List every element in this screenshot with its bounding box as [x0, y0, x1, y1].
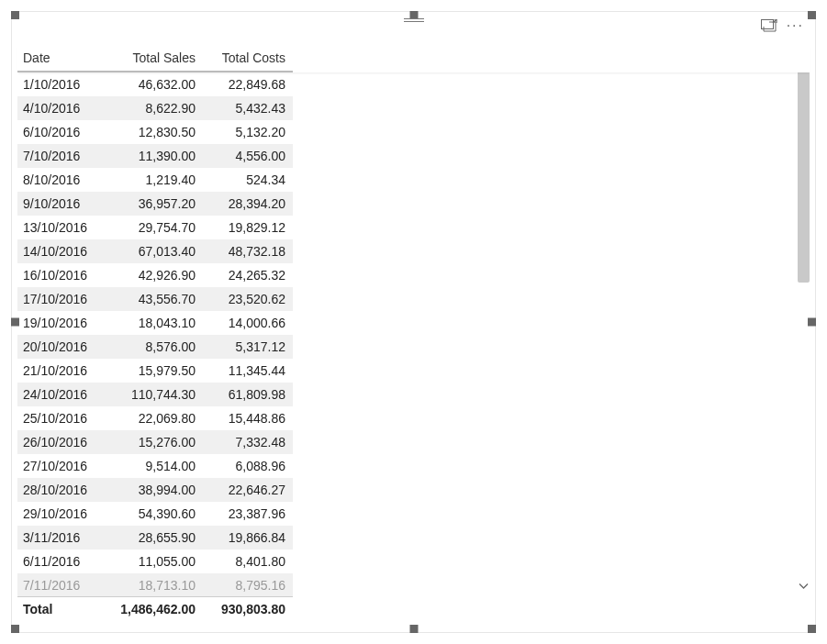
vertical-scrollbar[interactable] [796, 52, 811, 595]
cell-date: 13/10/2016 [17, 216, 104, 239]
cell-total-costs: 8,401.80 [203, 550, 293, 573]
table-row[interactable]: 9/10/201636,957.2028,394.20 [17, 192, 293, 216]
cell-date: 17/10/2016 [17, 287, 104, 311]
column-header-total-costs[interactable]: Total Costs [203, 45, 293, 72]
table-row[interactable]: 19/10/201618,043.1014,000.66 [17, 311, 293, 335]
cell-total-costs: 6,088.96 [203, 454, 293, 478]
cell-total-costs: 22,646.27 [203, 478, 293, 502]
cell-date: 29/10/2016 [17, 502, 104, 526]
cell-total-sales: 18,713.10 [104, 573, 203, 596]
cell-date: 27/10/2016 [17, 454, 104, 478]
focus-mode-icon[interactable] [759, 17, 779, 34]
cell-total-sales: 42,926.90 [104, 263, 203, 287]
cell-date: 9/10/2016 [17, 192, 104, 216]
resize-handle-top-right[interactable] [808, 11, 816, 19]
table-visual[interactable]: ··· Date Total Sales Total Costs 1/10/20… [11, 11, 816, 633]
table-header: Date Total Sales Total Costs [17, 45, 293, 72]
cell-total-costs: 28,394.20 [203, 192, 293, 216]
more-options-icon[interactable]: ··· [785, 18, 806, 33]
cell-date: 28/10/2016 [17, 478, 104, 502]
cell-total-sales: 8,576.00 [104, 335, 203, 359]
cell-date: 1/10/2016 [17, 72, 104, 96]
cell-total-sales: 54,390.60 [104, 502, 203, 526]
cell-total-sales: 38,994.00 [104, 478, 203, 502]
cell-total-costs: 15,448.86 [203, 406, 293, 430]
cell-total-costs: 524.34 [203, 168, 293, 192]
visual-header: ··· [759, 17, 806, 34]
scrollbar-thumb[interactable] [798, 67, 810, 283]
table-row[interactable]: 8/10/20161,219.40524.34 [17, 168, 293, 192]
table-row[interactable]: 3/11/201628,655.9019,866.84 [17, 526, 293, 550]
table-row[interactable]: 17/10/201643,556.7023,520.62 [17, 287, 293, 311]
totals-row-table: Total 1,486,462.00 930,803.80 [17, 596, 293, 621]
cell-date: 7/11/2016 [17, 573, 104, 596]
svg-rect-0 [761, 20, 773, 29]
cell-total-costs: 23,520.62 [203, 287, 293, 311]
cell-total-sales: 43,556.70 [104, 287, 203, 311]
cell-total-sales: 67,013.40 [104, 239, 203, 263]
table-row[interactable]: 27/10/20169,514.006,088.96 [17, 454, 293, 478]
cell-total-costs: 23,387.96 [203, 502, 293, 526]
cell-date: 6/11/2016 [17, 550, 104, 573]
cell-total-costs: 8,795.16 [203, 573, 293, 596]
cell-total-sales: 11,055.00 [104, 550, 203, 573]
cell-date: 14/10/2016 [17, 239, 104, 263]
column-header-total-sales[interactable]: Total Sales [104, 45, 203, 72]
table-row[interactable]: 21/10/201615,979.5011,345.44 [17, 359, 293, 383]
cell-total-costs: 11,345.44 [203, 359, 293, 383]
cell-total-sales: 12,830.50 [104, 120, 203, 144]
cell-date: 8/10/2016 [17, 168, 104, 192]
table-row[interactable]: 7/11/201618,713.108,795.16 [17, 573, 293, 596]
column-header-row: Date Total Sales Total Costs [17, 45, 293, 72]
cell-total-sales: 15,276.00 [104, 430, 203, 454]
resize-handle-top-left[interactable] [11, 11, 19, 19]
table-row[interactable]: 28/10/201638,994.0022,646.27 [17, 478, 293, 502]
cell-total-sales: 8,622.90 [104, 96, 203, 120]
cell-total-sales: 22,069.80 [104, 406, 203, 430]
table-row[interactable]: 7/10/201611,390.004,556.00 [17, 144, 293, 168]
scrollbar-track[interactable] [796, 67, 811, 581]
scroll-down-icon[interactable] [799, 581, 809, 595]
column-header-date[interactable]: Date [17, 45, 104, 72]
cell-total-costs: 24,265.32 [203, 263, 293, 287]
cell-total-costs: 48,732.18 [203, 239, 293, 263]
cell-total-sales: 9,514.00 [104, 454, 203, 478]
cell-total-sales: 15,979.50 [104, 359, 203, 383]
cell-total-sales: 28,655.90 [104, 526, 203, 550]
cell-total-sales: 36,957.20 [104, 192, 203, 216]
table-area: Date Total Sales Total Costs 1/10/201646… [17, 45, 810, 627]
table-row[interactable]: 26/10/201615,276.007,332.48 [17, 430, 293, 454]
cell-total-sales: 46,632.00 [104, 72, 203, 96]
cell-total-costs: 5,432.43 [203, 96, 293, 120]
cell-total-sales: 29,754.70 [104, 216, 203, 239]
table-row[interactable]: 1/10/201646,632.0022,849.68 [17, 72, 293, 96]
cell-total-costs: 5,317.12 [203, 335, 293, 359]
cell-total-sales: 110,744.30 [104, 383, 203, 406]
cell-date: 24/10/2016 [17, 383, 104, 406]
table-body: 1/10/201646,632.0022,849.684/10/20168,62… [17, 72, 293, 596]
table-row[interactable]: 14/10/201667,013.4048,732.18 [17, 239, 293, 263]
cell-total-costs: 19,829.12 [203, 216, 293, 239]
cell-total-costs: 22,849.68 [203, 72, 293, 96]
cell-date: 4/10/2016 [17, 96, 104, 120]
table-row[interactable]: 25/10/201622,069.8015,448.86 [17, 406, 293, 430]
drag-handle-icon[interactable] [404, 16, 424, 25]
table-body-scroll[interactable]: 1/10/201646,632.0022,849.684/10/20168,62… [17, 72, 810, 596]
table-row[interactable]: 29/10/201654,390.6023,387.96 [17, 502, 293, 526]
cell-date: 7/10/2016 [17, 144, 104, 168]
cell-date: 21/10/2016 [17, 359, 104, 383]
cell-total-costs: 5,132.20 [203, 120, 293, 144]
totals-row: Total 1,486,462.00 930,803.80 [17, 597, 293, 622]
cell-total-sales: 11,390.00 [104, 144, 203, 168]
table-row[interactable]: 24/10/2016110,744.3061,809.98 [17, 383, 293, 406]
table-row[interactable]: 16/10/201642,926.9024,265.32 [17, 263, 293, 287]
cell-total-costs: 14,000.66 [203, 311, 293, 335]
table-row[interactable]: 6/10/201612,830.505,132.20 [17, 120, 293, 144]
cell-total-costs: 7,332.48 [203, 430, 293, 454]
table-row[interactable]: 6/11/201611,055.008,401.80 [17, 550, 293, 573]
cell-date: 25/10/2016 [17, 406, 104, 430]
totals-sales: 1,486,462.00 [104, 597, 203, 622]
table-row[interactable]: 13/10/201629,754.7019,829.12 [17, 216, 293, 239]
table-row[interactable]: 20/10/20168,576.005,317.12 [17, 335, 293, 359]
table-row[interactable]: 4/10/20168,622.905,432.43 [17, 96, 293, 120]
